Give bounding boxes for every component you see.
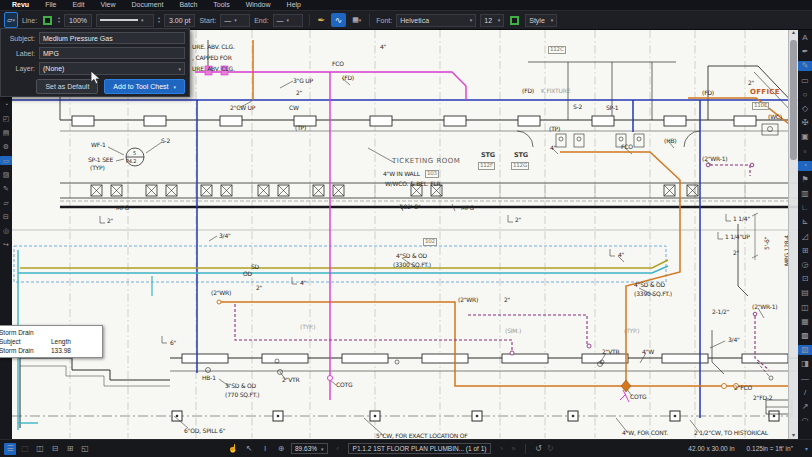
polygon-tool-icon[interactable]: ◇ (798, 104, 812, 114)
dynamic-fill-tool-icon[interactable]: ◔ (798, 161, 812, 171)
menu-help[interactable]: Help (279, 0, 309, 10)
markup-list-icon[interactable]: ▨ (0, 170, 12, 179)
print-icon[interactable]: ⊟ (0, 212, 12, 221)
volume-tool-icon[interactable]: ▧ (798, 345, 812, 355)
signature-icon[interactable]: ✎ (0, 184, 12, 193)
drawing-annotation: (TP) (549, 126, 560, 132)
drawing-annotation: (TP) (295, 125, 306, 131)
flag-tool-icon[interactable]: ⚑ (798, 175, 812, 185)
radius-tool-icon[interactable]: ▩ (798, 331, 812, 341)
polylength-tool-icon[interactable]: ◫ (798, 303, 812, 313)
menu-window[interactable]: Window (238, 0, 279, 10)
cutout-tool-icon[interactable]: ◶ (798, 260, 812, 270)
highlight-tool-icon[interactable]: ✎ (798, 61, 812, 71)
line-tool-icon[interactable]: — (798, 374, 812, 384)
drawing-annotation: WF-1 (91, 142, 106, 148)
section-tool-icon[interactable]: ◨ (798, 359, 812, 369)
line-width-value[interactable]: 3.00 pt (164, 14, 195, 27)
stamp-tool-icon[interactable]: ✠ (798, 118, 812, 128)
properties-icon[interactable]: ▭ (0, 156, 12, 165)
line-end-dropdown[interactable]: — ▾ (273, 14, 303, 27)
single-page-view-icon[interactable]: ▢ (19, 443, 31, 455)
split-vertical-icon[interactable]: ⊞ (64, 443, 76, 455)
zoom-level-dropdown[interactable]: 89.63% ▾ (291, 443, 328, 454)
style-dropdown[interactable]: Style ▾ (525, 14, 557, 27)
pen-tool-icon[interactable]: ✒ (798, 47, 812, 57)
menu-view[interactable]: View (92, 0, 123, 10)
chevron-down-icon: ▾ (359, 17, 362, 23)
bookmarks-icon[interactable]: ▤ (0, 128, 12, 137)
ellipse-tool-icon[interactable]: ○ (798, 90, 812, 100)
side-by-side-view-icon[interactable]: ◫ (34, 443, 46, 455)
font-dropdown[interactable]: Helvetica ▾ (396, 14, 476, 27)
drawing-annotation: (WC) (768, 114, 782, 120)
previous-view-icon[interactable]: ↺ (532, 443, 544, 455)
line-style-dropdown[interactable]: ▾ (96, 14, 154, 27)
select-tool-icon[interactable]: ↖ (243, 443, 255, 455)
next-page-icon[interactable]: › (495, 443, 507, 455)
menu-batch[interactable]: Batch (171, 0, 205, 10)
menu-file[interactable]: File (37, 0, 64, 10)
rectangle-tool-icon[interactable]: ▭ (798, 76, 812, 86)
drawing-annotation: 112F (478, 162, 495, 170)
drawing-vertical-scrollbar[interactable]: ▴ ▾ (788, 28, 798, 440)
layer-dropdown[interactable]: (None) ▾ (39, 62, 185, 75)
split-horizontal-icon[interactable]: ⊟ (49, 443, 61, 455)
drawing-annotation: (3300 SQ.FT.) (393, 262, 431, 268)
font-color-button[interactable] (508, 13, 521, 27)
snapshot-tool-icon[interactable]: ▫ (798, 147, 812, 157)
drawing-annotation: 3/4" (219, 233, 231, 239)
links-icon[interactable]: ↪ (0, 240, 12, 249)
chevron-down-icon[interactable]: ▾ (805, 445, 808, 452)
slope-tool-icon[interactable]: ◿ (798, 232, 812, 242)
last-page-icon[interactable]: » (507, 443, 519, 455)
image-tool-icon[interactable]: ▣ (798, 132, 812, 142)
text-box-tool-icon[interactable]: A (798, 33, 812, 43)
current-page-label[interactable]: P1.1.2 1ST FLOOR PLAN PLUMBIN... (1 of 1… (348, 443, 492, 454)
polyline-tool-icon[interactable]: / (798, 388, 812, 398)
active-markup-tool-button[interactable]: ▱▾ (4, 12, 18, 28)
menu-tools[interactable]: Tools (205, 0, 237, 10)
opacity-value[interactable]: 100% (64, 14, 92, 27)
label-field[interactable] (39, 47, 185, 59)
font-size-dropdown[interactable]: 12 ▾ (480, 14, 504, 27)
ruler-tool-icon[interactable]: ▥ (798, 189, 812, 199)
drawing-annotation: 2" (504, 297, 510, 303)
arc-tool-icon[interactable]: ◠ (798, 416, 812, 426)
diameter-tool-icon[interactable]: ▦ (798, 317, 812, 327)
curve-mode-button[interactable]: ∿ (331, 13, 346, 27)
detach-view-icon[interactable]: ◱ (79, 443, 91, 455)
search-icon[interactable]: ◎ (0, 226, 12, 235)
menu-revu[interactable]: Revu (4, 0, 37, 10)
calibrate-tool-icon[interactable]: ∟ (798, 203, 812, 213)
subject-field[interactable] (39, 32, 185, 44)
count-tool-icon[interactable]: ⊡ (798, 274, 812, 284)
pen-appearance-button[interactable]: ✒ (316, 13, 328, 27)
opacity-stepper[interactable]: ▴▾ (58, 16, 60, 24)
length-tool-icon[interactable]: ▤ (798, 288, 812, 298)
line-start-dropdown[interactable]: — ▾ (220, 14, 250, 27)
line-width-stepper[interactable]: ▴▾ (158, 16, 160, 24)
scrollbar-thumb[interactable] (790, 40, 797, 160)
pan-tool-icon[interactable]: ☝ (227, 443, 239, 455)
area-tool-icon[interactable]: ⊞ (798, 246, 812, 256)
add-to-tool-chest-button[interactable]: Add to Tool Chest ▾ (104, 79, 185, 94)
menu-document[interactable]: Document (124, 0, 172, 10)
file-access-icon[interactable]: ◔ (0, 100, 12, 109)
select-text-tool-icon[interactable]: I (259, 443, 271, 455)
angle-tool-icon[interactable]: ⊾ (798, 217, 812, 227)
hatch-pattern-button[interactable]: ▦▾ (350, 13, 363, 27)
arrow-tool-icon[interactable]: ↗ (798, 402, 812, 412)
next-view-icon[interactable]: ↻ (544, 443, 556, 455)
drawing-annotation: 2" (107, 218, 113, 224)
drawing-annotation: 3"G UP (293, 78, 313, 84)
markup-list-toggle-icon[interactable]: ☰ (4, 443, 16, 455)
thumbnails-icon[interactable]: ◰ (0, 114, 12, 123)
settings-icon[interactable]: ⚙ (0, 142, 12, 151)
drawing-annotation: 2" (256, 285, 262, 291)
menu-edit[interactable]: Edit (64, 0, 92, 10)
previous-page-icon[interactable]: ‹ (332, 443, 344, 455)
line-color-button[interactable] (41, 13, 54, 27)
tool-chest-icon[interactable]: ▱ (0, 198, 12, 207)
zoom-tool-icon[interactable]: ⊕ (275, 443, 287, 455)
